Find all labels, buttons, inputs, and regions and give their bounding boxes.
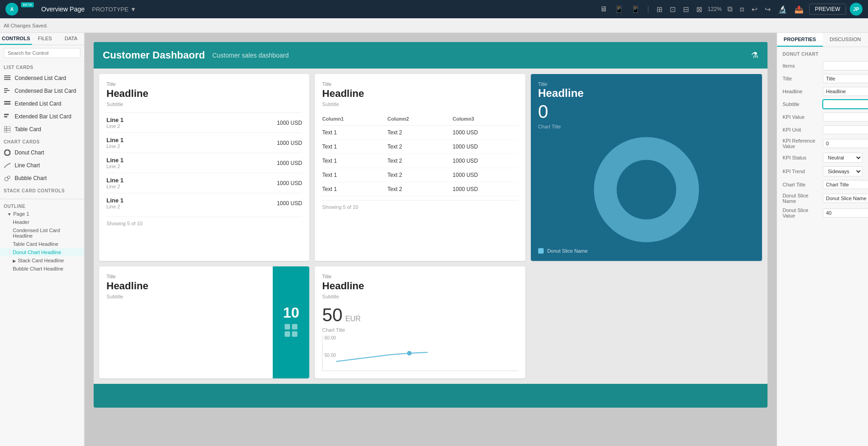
right-panel: PROPERTIES DISCUSSION DONUT CHART Items … [777,33,868,446]
top-navigation: A BETA Overview Page PROTOTYPE ▼ 🖥 📱 📱 |… [0,0,868,18]
prop-input-kpi-value[interactable] [823,112,868,122]
panels-icon[interactable]: ⧉ [725,3,734,15]
user-avatar[interactable]: JP [850,3,863,16]
sidebar-item-condensed-list-card[interactable]: Condensed List Card [0,72,84,85]
undo-icon[interactable]: ↩ [750,3,759,16]
app-logo: A BETA [5,3,34,16]
filter-icon[interactable]: ⚗ [751,50,758,60]
tab-controls[interactable]: CONTROLS [0,33,32,45]
redo-icon[interactable]: ↪ [763,3,773,16]
col-header-2: Column2 [387,116,453,122]
prop-input-kpi-unit[interactable] [823,125,868,134]
svg-rect-10 [4,126,11,133]
line-card-title: Title [322,274,518,279]
export-icon[interactable]: 📤 [793,3,805,16]
card1-subtitle: Subtitle [106,101,302,107]
outline-item-page1[interactable]: ▼Page 1 [0,210,84,218]
expand-arrow-stack: ▶ [13,259,16,263]
sidebar-item-line-chart[interactable]: Line Chart [0,159,84,172]
search-input[interactable] [4,48,80,58]
sidebar-item-extended-bar-list-card[interactable]: Extended Bar List Card [0,110,84,123]
sidebar-item-table-card[interactable]: Table Card [0,123,84,136]
table-row: Text 1 Text 2 1000 USD [322,154,518,168]
kpi-card-title: Title [106,274,265,279]
svg-rect-6 [4,101,11,102]
table-row: Text 1 Text 2 1000 USD [322,182,518,196]
prop-input-chart-title[interactable] [823,180,868,189]
prop-label-title: Title [783,76,819,81]
prop-items: Items [777,59,868,72]
bubble-icon [4,175,11,182]
prop-subtitle: Subtitle [777,98,868,111]
outline-label: OUTLINE [0,201,84,210]
panel-right-icon[interactable]: ⧈ [738,3,746,15]
sidebar-item-donut-chart[interactable]: Donut Chart [0,146,84,159]
kpi-tile-icon [284,323,298,340]
donut-chart-label: Donut Chart [15,149,44,156]
sidebar-item-condensed-bar-list-card[interactable]: Condensed Bar List Card [0,85,84,97]
svg-rect-5 [4,92,7,93]
donut-span-filler [531,266,762,378]
outline-item-header[interactable]: Header [0,218,84,226]
bubble-chart-label: Bubble Chart [15,175,47,181]
outline-item-bubble-chart-headline[interactable]: Bubble Chart Headline [0,265,84,273]
table-row: Text 1 Text 2 1000 USD [322,140,518,154]
prop-input-kpi-ref-value[interactable] [823,139,868,148]
list-row: Line 1Line 2 1000 USD [106,153,302,173]
prop-chart-title: Chart Title [777,178,868,191]
condensed-list-card-label: Condensed List Card [15,75,66,81]
prop-input-donut-slice-name[interactable] [823,194,868,203]
outline-item-donut-chart-headline[interactable]: Donut Chart Headline [0,248,84,256]
kpi-card-headline: Headline [106,280,265,292]
tab-discussion[interactable]: DISCUSSION [823,33,868,47]
outline-item-table-card-headline[interactable]: Table Card Headline [0,240,84,248]
sidebar-item-extended-list-card[interactable]: Extended List Card [0,97,84,110]
left-sidebar: CONTROLS FILES DATA LIST CARDS Condensed… [0,33,85,446]
bar-list-icon [4,87,11,95]
resize-icon[interactable]: ⊞ [655,3,664,16]
prop-select-kpi-status[interactable]: Neutral Good Bad [823,153,863,163]
prop-input-title[interactable] [823,74,868,83]
tab-data[interactable]: DATA [58,33,84,45]
donut-legend-label: Donut Slice Name [547,248,588,254]
preview-button[interactable]: PREVIEW [809,4,846,15]
prop-select-kpi-trend[interactable]: Sideways Up Down [823,166,863,176]
prop-label-kpi-ref-value: KPI Reference Value [783,138,819,149]
prop-kpi-status: KPI Status Neutral Good Bad [777,151,868,165]
prop-label-items: Items [783,63,819,69]
panel-section-label: DONUT CHART [777,47,868,59]
crop-icon[interactable]: ⊡ [668,3,677,16]
donut-chart-visual [538,135,755,244]
table-icon [4,126,11,133]
prop-input-donut-slice-value[interactable] [823,208,868,218]
sidebar-tabs: CONTROLS FILES DATA [0,33,84,45]
outline-item-condensed-list-headline[interactable]: Condensed List Card Headline [0,226,84,240]
line-chart-area: 60.00 50.00 [322,334,518,371]
line-chart-label: Line Chart [15,162,40,169]
tablet-icon[interactable]: 📱 [613,3,625,16]
prototype-menu[interactable]: PROTOTYPE ▼ [92,6,136,13]
tab-files[interactable]: FILES [32,33,58,45]
prop-input-subtitle[interactable] [823,100,868,109]
sidebar-item-bubble-chart[interactable]: Bubble Chart [0,172,84,185]
status-bar: All Changes Saved. [0,18,868,33]
mobile-icon[interactable]: 📱 [629,3,642,16]
line-card-headline: Headline [322,280,518,292]
prop-label-kpi-unit: KPI Unit [783,127,819,133]
prop-input-headline[interactable] [823,87,868,96]
col-header-1: Column1 [322,116,387,122]
distribute-icon[interactable]: ⊠ [694,3,704,16]
condensed-list-card: Title Headline Subtitle Line 1Line 2 100… [99,74,309,261]
arrange-icon[interactable]: ⊟ [681,3,691,16]
main-layout: CONTROLS FILES DATA LIST CARDS Condensed… [0,33,868,446]
desktop-icon[interactable]: 🖥 [598,3,609,15]
showing-text-card2: Showing 5 of 10 [322,200,518,210]
svg-rect-1 [4,77,11,78]
prop-input-items[interactable] [823,61,868,70]
tab-properties[interactable]: PROPERTIES [777,33,823,47]
donut-legend-color [538,248,544,254]
outline-item-stack-card-headline[interactable]: ▶Stack Card Headline [0,256,84,265]
save-status: All Changes Saved. [4,23,48,28]
inspect-icon[interactable]: 🔬 [776,3,789,16]
ext-bar-icon [4,113,11,120]
